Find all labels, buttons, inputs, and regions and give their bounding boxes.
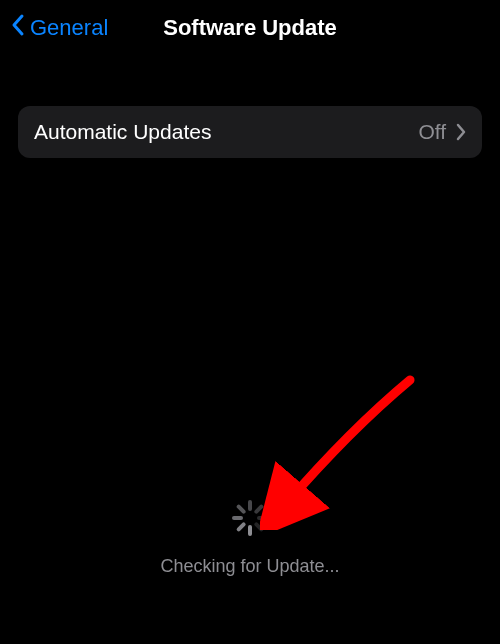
row-value: Off bbox=[418, 120, 446, 144]
row-right: Off bbox=[418, 120, 466, 144]
content-area: Automatic Updates Off bbox=[0, 56, 500, 158]
navigation-bar: General Software Update bbox=[0, 0, 500, 56]
back-button[interactable]: General bbox=[10, 13, 108, 43]
loading-area: Checking for Update... bbox=[0, 500, 500, 577]
loading-status-text: Checking for Update... bbox=[160, 556, 339, 577]
chevron-right-icon bbox=[456, 123, 466, 141]
spinner-icon bbox=[232, 500, 268, 536]
row-label: Automatic Updates bbox=[34, 120, 211, 144]
back-label: General bbox=[30, 15, 108, 41]
automatic-updates-row[interactable]: Automatic Updates Off bbox=[18, 106, 482, 158]
page-title: Software Update bbox=[163, 15, 337, 41]
chevron-left-icon bbox=[10, 13, 26, 43]
